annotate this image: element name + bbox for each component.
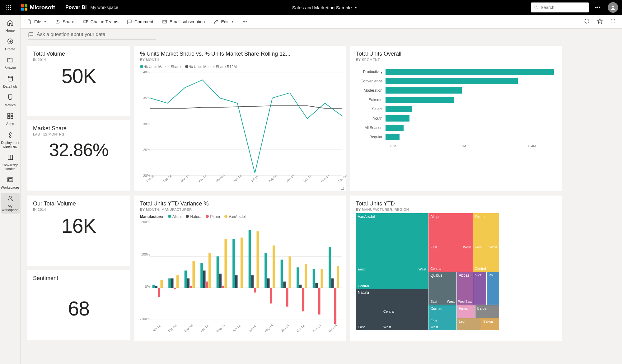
qna-bar: Ask a question about your data bbox=[21, 29, 622, 42]
x-axis: Jan-14Feb-14Mar-14Apr-14May-14Jun-14Jul-… bbox=[150, 326, 342, 339]
cmd-edit[interactable]: Edit▼ bbox=[213, 19, 234, 24]
svg-rect-85 bbox=[334, 288, 336, 324]
tile-treemap-ytd[interactable]: Total Units YTD BY MANUFACTURER, REGION … bbox=[350, 196, 562, 341]
y-axis: 40% 35% 30% 25% 20% bbox=[139, 72, 150, 176]
svg-rect-45 bbox=[174, 288, 176, 289]
tile-subtitle: LAST 12 MONTHS bbox=[33, 132, 124, 136]
svg-point-9 bbox=[535, 6, 537, 8]
svg-point-15 bbox=[8, 76, 12, 78]
nav-home[interactable]: Home bbox=[1, 17, 20, 34]
nav-create[interactable]: Create bbox=[1, 36, 20, 53]
svg-point-5 bbox=[10, 7, 11, 8]
tile-market-share[interactable]: Market Share LAST 12 MONTHS 32.86% bbox=[27, 120, 130, 191]
chevron-down-icon: ▼ bbox=[231, 20, 234, 23]
svg-rect-75 bbox=[297, 267, 299, 288]
chevron-down-icon: ▼ bbox=[354, 6, 358, 9]
search-input[interactable] bbox=[540, 5, 586, 10]
svg-rect-57 bbox=[222, 286, 224, 288]
nav-metrics[interactable]: Metrics bbox=[1, 92, 20, 109]
refresh-icon[interactable] bbox=[584, 18, 590, 25]
dashboard-title-dropdown[interactable]: Sales and Marketing Sample ▼ bbox=[292, 5, 358, 10]
workspace-breadcrumb[interactable]: My workspace bbox=[90, 5, 118, 10]
svg-rect-67 bbox=[264, 253, 267, 288]
fullscreen-icon[interactable] bbox=[610, 18, 616, 25]
cmd-comment[interactable]: Comment bbox=[127, 19, 153, 24]
svg-rect-26 bbox=[84, 20, 87, 23]
svg-rect-68 bbox=[267, 279, 270, 288]
nav-datahub[interactable]: Data hub bbox=[1, 73, 20, 90]
svg-point-7 bbox=[8, 9, 9, 10]
treemap-plot: VanArsdelEastWestCentral NaturaEastCentr… bbox=[356, 213, 556, 330]
qna-input[interactable]: Ask a question about your data bbox=[28, 32, 156, 39]
nav-deployment[interactable]: Deployment pipelines bbox=[1, 130, 20, 150]
cmd-share[interactable]: Share bbox=[55, 19, 74, 24]
tile-subtitle: IN 2014 bbox=[33, 208, 124, 211]
nav-knowledge[interactable]: Knowledge center bbox=[1, 152, 20, 173]
tile-subtitle: BY MONTH, MANUFACTURER bbox=[140, 208, 340, 211]
svg-line-10 bbox=[537, 8, 538, 9]
tile-market-share-line[interactable]: % Units Market Share vs. % Units Market … bbox=[134, 46, 346, 191]
user-avatar[interactable] bbox=[608, 2, 618, 13]
microsoft-logo: Microsoft bbox=[21, 4, 55, 11]
tile-sentiment[interactable]: Sentiment 68 bbox=[27, 270, 130, 340]
dashboard-canvas: Total Volume IN 2014 50K Market Share LA… bbox=[21, 42, 622, 364]
kpi-value: 16K bbox=[33, 214, 124, 237]
svg-rect-74 bbox=[288, 256, 291, 288]
tile-total-volume[interactable]: Total Volume IN 2014 50K bbox=[27, 46, 130, 116]
app-launcher-icon[interactable] bbox=[4, 2, 14, 12]
svg-rect-64 bbox=[251, 275, 254, 288]
svg-point-20 bbox=[9, 136, 11, 137]
svg-rect-84 bbox=[331, 279, 334, 288]
svg-rect-50 bbox=[192, 261, 195, 288]
svg-rect-71 bbox=[281, 260, 283, 288]
global-header: Microsoft Power BI My workspace Sales an… bbox=[0, 0, 622, 15]
chart-legend: % Units Market Share % Units Market Shar… bbox=[140, 65, 340, 69]
tile-our-total-volume[interactable]: Our Total Volume IN 2014 16K bbox=[27, 196, 130, 266]
svg-rect-49 bbox=[190, 286, 192, 288]
svg-point-3 bbox=[7, 7, 7, 8]
svg-rect-63 bbox=[249, 230, 251, 288]
svg-point-25 bbox=[9, 196, 11, 198]
svg-rect-17 bbox=[11, 113, 12, 115]
cmd-chat-teams[interactable]: Chat in Teams bbox=[83, 19, 118, 24]
focus-mode-icon[interactable] bbox=[341, 187, 344, 190]
svg-rect-79 bbox=[313, 269, 315, 288]
dashboard-title: Sales and Marketing Sample bbox=[292, 5, 352, 10]
svg-rect-48 bbox=[187, 279, 189, 288]
tile-ytd-variance[interactable]: Total Units YTD Variance % BY MONTH, MAN… bbox=[134, 196, 346, 341]
cmd-file[interactable]: File▼ bbox=[27, 19, 46, 24]
svg-rect-83 bbox=[329, 247, 331, 288]
svg-rect-52 bbox=[203, 270, 206, 288]
svg-point-8 bbox=[10, 9, 11, 10]
svg-marker-29 bbox=[598, 19, 602, 24]
cmd-more[interactable]: ••• bbox=[242, 19, 247, 24]
nav-workspaces[interactable]: Workspaces bbox=[1, 174, 20, 191]
svg-rect-44 bbox=[171, 279, 174, 288]
svg-rect-53 bbox=[206, 282, 208, 288]
tile-subtitle: BY MONTH bbox=[140, 58, 340, 62]
nav-browse[interactable]: Browse bbox=[1, 55, 20, 71]
svg-rect-46 bbox=[176, 275, 179, 288]
svg-rect-24 bbox=[8, 178, 12, 181]
nav-apps[interactable]: Apps bbox=[1, 111, 20, 127]
cmd-email-subscription[interactable]: Email subscription bbox=[162, 19, 205, 24]
nav-my-workspace[interactable]: My workspace bbox=[1, 193, 20, 214]
svg-rect-62 bbox=[241, 237, 243, 288]
svg-rect-39 bbox=[152, 285, 155, 288]
chevron-down-icon: ▼ bbox=[44, 20, 47, 23]
tile-subtitle: IN 2014 bbox=[33, 58, 124, 62]
qna-placeholder: Ask a question about your data bbox=[37, 32, 105, 37]
svg-point-4 bbox=[8, 7, 9, 8]
svg-rect-19 bbox=[11, 117, 12, 118]
favorite-icon[interactable] bbox=[597, 18, 603, 25]
more-icon[interactable]: ••• bbox=[595, 5, 600, 10]
x-axis: 0.0M 0.2M 0.4M bbox=[389, 144, 556, 148]
x-axis: Jan-14Feb-14Mar-14Apr-14May-14Jun-14Jul-… bbox=[150, 176, 342, 189]
svg-point-2 bbox=[10, 5, 11, 6]
tile-title: Total Units YTD Variance % bbox=[140, 200, 340, 207]
tile-total-units-segment[interactable]: Total Units Overall BY SEGMENT Productiv… bbox=[350, 46, 562, 191]
svg-rect-55 bbox=[217, 256, 219, 288]
global-search[interactable] bbox=[531, 2, 589, 12]
tile-subtitle: BY MANUFACTURER, REGION bbox=[356, 208, 556, 211]
svg-rect-66 bbox=[256, 231, 259, 288]
